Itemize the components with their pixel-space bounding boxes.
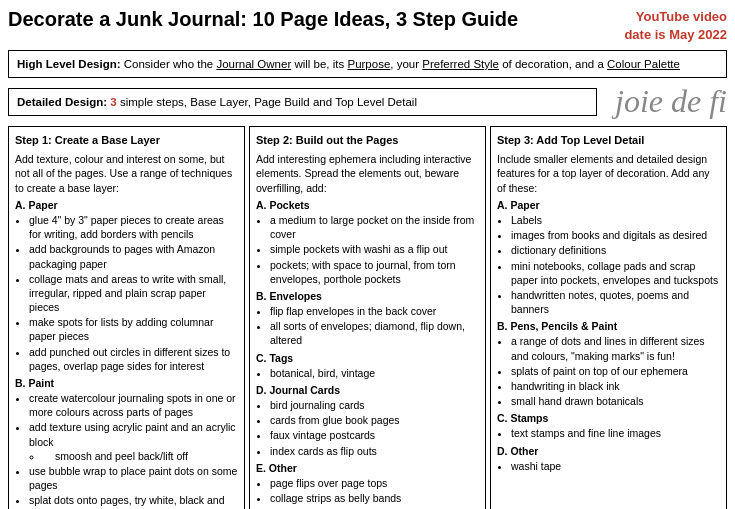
list-item: flip flap envelopes in the back cover xyxy=(270,304,479,318)
list-item: bird journaling cards xyxy=(270,398,479,412)
list-item: all sorts of envelopes; diamond, flip do… xyxy=(270,319,479,347)
header-row: Decorate a Junk Journal: 10 Page Ideas, … xyxy=(8,8,727,44)
step1-b-sublist: smoosh and peel back/lift off xyxy=(29,449,238,463)
step2-d-list: bird journaling cards cards from glue bo… xyxy=(256,398,479,458)
step2-section-b: B. Envelopes xyxy=(256,289,479,303)
step2-body: Add interesting ephemera including inter… xyxy=(256,152,479,195)
high-level-label: High Level Design: xyxy=(17,58,121,70)
list-item: smoosh and peel back/lift off xyxy=(43,449,238,463)
list-item: text stamps and fine line images xyxy=(511,426,720,440)
list-item: handwritten notes, quotes, poems and ban… xyxy=(511,288,720,316)
step3-title-text: Step 3: Add Top Level Detail xyxy=(497,134,644,146)
step1-column: Step 1: Create a Base Layer Add texture,… xyxy=(8,126,245,509)
step3-column: Step 3: Add Top Level Detail Include sma… xyxy=(490,126,727,509)
list-item: faux vintage postcards xyxy=(270,428,479,442)
step2-section-c: C. Tags xyxy=(256,351,479,365)
journal-owner: Journal Owner xyxy=(216,58,291,70)
high-level-text4: of decoration, and a xyxy=(499,58,607,70)
step1-a-list: glue 4" by 3" paper pieces to create are… xyxy=(15,213,238,373)
detailed-row: Detailed Design: 3 simple steps, Base La… xyxy=(8,83,727,120)
step2-c-list: botanical, bird, vintage xyxy=(256,366,479,380)
preferred-style: Preferred Style xyxy=(422,58,499,70)
detailed-box: Detailed Design: 3 simple steps, Base La… xyxy=(8,88,597,116)
list-item: splats of paint on top of our ephemera xyxy=(511,364,720,378)
high-level-text2: will be, its xyxy=(291,58,347,70)
step2-title-text: Step 2: Build out the Pages xyxy=(256,134,398,146)
list-item: handwriting in black ink xyxy=(511,379,720,393)
list-item: cards from glue book pages xyxy=(270,413,479,427)
step3-d-list: washi tape xyxy=(497,459,720,473)
page-title: Decorate a Junk Journal: 10 Page Ideas, … xyxy=(8,8,518,31)
joie-text: joie de fi xyxy=(605,83,727,120)
list-item: splat dots onto pages, try white, black … xyxy=(29,493,238,509)
youtube-line2: date is May 2022 xyxy=(624,26,727,44)
list-item: dictionary definitions xyxy=(511,243,720,257)
step1-section-b: B. Paint xyxy=(15,376,238,390)
youtube-info: YouTube video date is May 2022 xyxy=(624,8,727,44)
high-level-text1: Consider who the xyxy=(121,58,217,70)
colour-palette: Colour Palette xyxy=(607,58,680,70)
list-item: collage strips as belly bands xyxy=(270,491,479,505)
step2-e-list: page flips over page tops collage strips… xyxy=(256,476,479,509)
step2-a-list: a medium to large pocket on the inside f… xyxy=(256,213,479,286)
step3-section-d: D. Other xyxy=(497,444,720,458)
step3-title: Step 3: Add Top Level Detail xyxy=(497,133,720,148)
step1-b-list: create watercolour journaling spots in o… xyxy=(15,391,238,509)
list-item: simple pockets with washi as a flip out xyxy=(270,242,479,256)
list-item: a range of dots and lines in different s… xyxy=(511,334,720,362)
list-item: add backgrounds to pages with Amazon pac… xyxy=(29,242,238,270)
list-item: collage mats and areas to write with sma… xyxy=(29,272,238,315)
list-item: add texture using acrylic paint and an a… xyxy=(29,420,238,463)
list-item: create watercolour journaling spots in o… xyxy=(29,391,238,419)
list-item: use bubble wrap to place paint dots on s… xyxy=(29,464,238,492)
step1-body: Add texture, colour and interest on some… xyxy=(15,152,238,195)
step3-section-b: B. Pens, Pencils & Paint xyxy=(497,319,720,333)
high-level-box: High Level Design: Consider who the Jour… xyxy=(8,50,727,78)
list-item: mini notebooks, collage pads and scrap p… xyxy=(511,259,720,287)
list-item: pockets; with space to journal, from tor… xyxy=(270,258,479,286)
step3-body: Include smaller elements and detailed de… xyxy=(497,152,720,195)
step2-column: Step 2: Build out the Pages Add interest… xyxy=(249,126,486,509)
step3-a-list: Labels images from books and digitals as… xyxy=(497,213,720,316)
step2-b-list: flip flap envelopes in the back cover al… xyxy=(256,304,479,348)
list-item: glue 4" by 3" paper pieces to create are… xyxy=(29,213,238,241)
step3-section-c: C. Stamps xyxy=(497,411,720,425)
detailed-text: simple steps, Base Layer, Page Build and… xyxy=(117,96,417,108)
step3-c-list: text stamps and fine line images xyxy=(497,426,720,440)
list-item: add punched out circles in different siz… xyxy=(29,345,238,373)
step2-section-e: E. Other xyxy=(256,461,479,475)
detailed-label: Detailed Design: xyxy=(17,96,107,108)
step2-title: Step 2: Build out the Pages xyxy=(256,133,479,148)
list-item: images from books and digitals as desire… xyxy=(511,228,720,242)
list-item: a medium to large pocket on the inside f… xyxy=(270,213,479,241)
list-item: page flips over page tops xyxy=(270,476,479,490)
list-item: Labels xyxy=(511,213,720,227)
step1-title-text: Step 1: Create a Base Layer xyxy=(15,134,160,146)
purpose: Purpose xyxy=(347,58,390,70)
step1-title: Step 1: Create a Base Layer xyxy=(15,133,238,148)
list-item: botanical, bird, vintage xyxy=(270,366,479,380)
list-item: index cards as flip outs xyxy=(270,444,479,458)
youtube-line1: YouTube video xyxy=(624,8,727,26)
steps-container: Step 1: Create a Base Layer Add texture,… xyxy=(8,126,727,509)
step2-section-a: A. Pockets xyxy=(256,198,479,212)
step1-section-a: A. Paper xyxy=(15,198,238,212)
list-item: washi tape xyxy=(511,459,720,473)
step3-section-a: A. Paper xyxy=(497,198,720,212)
list-item: small hand drawn botanicals xyxy=(511,394,720,408)
step3-b-list: a range of dots and lines in different s… xyxy=(497,334,720,408)
list-item: make spots for lists by adding columnar … xyxy=(29,315,238,343)
high-level-text3: , your xyxy=(390,58,422,70)
step2-section-d: D. Journal Cards xyxy=(256,383,479,397)
